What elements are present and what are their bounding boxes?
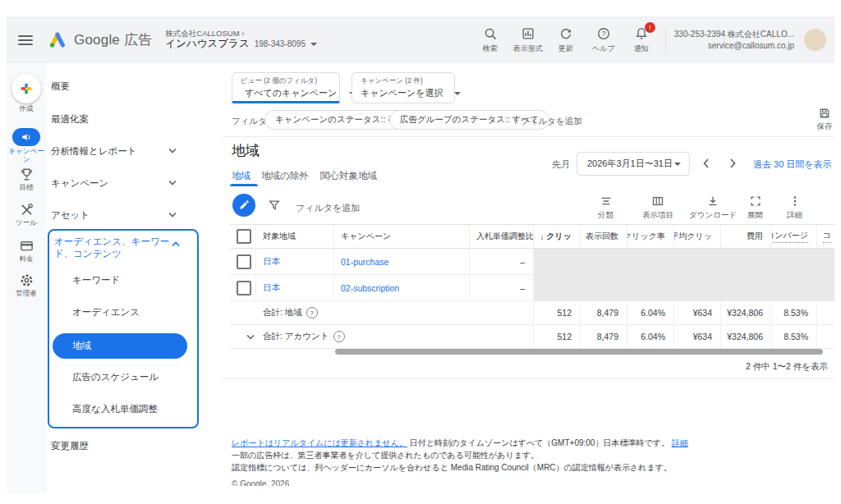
avatar[interactable] <box>804 29 826 51</box>
tab-locations[interactable]: 地域 <box>232 170 250 182</box>
sidebar-item-audiences-keywords-content[interactable]: オーディエンス、キーワード、コンテンツ <box>54 236 174 260</box>
sidebar-item-recommendations[interactable]: 最適化案 <box>51 113 89 126</box>
segment-icon <box>600 195 613 208</box>
signed-in-account[interactable]: 330-253-2394 株式会社CALLO... service@callos… <box>674 29 794 52</box>
save-button[interactable]: 保存 <box>808 107 841 132</box>
svg-text:?: ? <box>601 30 605 38</box>
menu-icon[interactable] <box>18 35 33 45</box>
location-link[interactable]: 日本 <box>263 256 280 268</box>
refresh-button[interactable]: 更新 <box>547 26 585 54</box>
col-location[interactable]: 対象地域 <box>256 225 334 248</box>
sidebar-item-keywords[interactable]: キーワード <box>72 274 120 286</box>
learn-more-link[interactable]: 詳細 <box>672 438 688 447</box>
notifications-button[interactable]: ! 通知 <box>623 26 660 54</box>
date-preset-label: 先月 <box>552 158 570 171</box>
show-last-30-days-link[interactable]: 過去 30 日間を表示 <box>753 158 832 171</box>
expander-chevron-icon[interactable] <box>246 334 255 340</box>
next-period-button[interactable] <box>726 157 739 170</box>
sidebar-item-change-history[interactable]: 変更履歴 <box>51 440 89 452</box>
col-bid-adjustment[interactable]: 入札単価調整比 <box>470 225 534 248</box>
account-breadcrumb[interactable]: 株式会社CALLOSUM › インハウスプラス 198-343-8095 <box>165 30 317 49</box>
more-options-button[interactable]: 詳細 <box>787 195 802 221</box>
col-clicks-sorted[interactable]: ↓ クリッ <box>534 225 581 248</box>
col-avg-cpc[interactable]: 平均クリッ <box>674 225 721 248</box>
help-button[interactable]: ? ヘルプ <box>585 26 623 54</box>
account-name[interactable]: インハウスプラス <box>165 39 249 50</box>
col-conversions[interactable]: コンバージ <box>772 225 817 248</box>
row-checkbox[interactable] <box>237 281 251 296</box>
pagination-status: 2 件中 1〜2 件を表示 <box>746 361 828 373</box>
help-circle-icon[interactable]: ? <box>333 331 345 342</box>
breadcrumb-chevron-icon: › <box>241 29 244 38</box>
view-selector[interactable]: ビュー (2 個のフィルタ) すべてのキャンペーン <box>232 72 340 103</box>
date-range-picker[interactable]: 2026年3月1日〜31日 <box>577 152 690 176</box>
campaign-link[interactable]: 02-subscription <box>341 283 399 293</box>
table-add-filter[interactable]: フィルタを追加 <box>296 202 360 214</box>
col-campaign[interactable]: キャンペーン <box>334 225 470 248</box>
trophy-icon <box>19 167 34 182</box>
chevron-down-icon[interactable] <box>168 148 177 153</box>
sidebar-item-insights-reports[interactable]: 分析情報とレポート <box>51 145 137 158</box>
expand-icon <box>749 195 762 208</box>
sort-desc-icon: ↓ <box>540 232 545 241</box>
tab-location-exclusions[interactable]: 地域の除外 <box>261 170 309 182</box>
expand-button[interactable]: 展開 <box>747 195 763 221</box>
col-ctr[interactable]: クリック率 <box>627 225 674 248</box>
columns-button[interactable]: 表示項目 <box>642 195 673 221</box>
section-divider <box>222 136 834 137</box>
col-impressions[interactable]: 表示回数 <box>581 225 627 248</box>
megaphone-icon[interactable] <box>12 128 40 146</box>
totals-label: 合計: アカウント? <box>256 325 534 348</box>
logo-text: Google 広告 <box>74 30 152 49</box>
help-circle-icon[interactable]: ? <box>306 307 318 318</box>
rail-item-goals[interactable]: 目標 <box>7 167 46 192</box>
row-checkbox[interactable] <box>237 254 251 269</box>
download-button[interactable]: ダウンロード <box>689 195 737 221</box>
realtime-disclaimer-link[interactable]: レポートはリアルタイムには更新されません。 <box>232 438 407 447</box>
filter-icon[interactable] <box>268 199 281 212</box>
rail-item-create[interactable]: 作成 <box>7 74 46 113</box>
sidebar-item-overview[interactable]: 概要 <box>51 80 70 93</box>
sidebar-item-assets[interactable]: アセット <box>51 209 90 222</box>
prev-period-button[interactable] <box>700 157 713 170</box>
app-header: Google 広告 株式会社CALLOSUM › インハウスプラス 198-34… <box>7 16 834 63</box>
account-caret-icon <box>310 43 317 46</box>
sidebar-item-ad-schedule[interactable]: 広告のスケジュール <box>72 371 159 383</box>
campaign-link[interactable]: 01-purchase <box>341 257 388 267</box>
caret-down-icon <box>674 163 681 166</box>
view-mode-button[interactable]: 表示形式 <box>509 26 547 54</box>
chevron-up-icon[interactable] <box>172 241 180 247</box>
rail-item-admin[interactable]: 管理者 <box>7 273 46 298</box>
select-all-checkbox[interactable] <box>237 229 251 244</box>
campaign-selector[interactable]: キャンペーン (2 件) キャンペーンを選択 <box>352 72 455 103</box>
help-icon: ? <box>596 26 611 41</box>
bid-adjustment-value: – <box>470 249 534 274</box>
credit-card-icon <box>19 238 34 254</box>
footer-disclaimer-3: 認定指標については、列ヘッダーにカーソルを合わせると Media Rating … <box>232 462 672 474</box>
breadcrumb-parent[interactable]: 株式会社CALLOSUM <box>165 29 239 38</box>
col-cost[interactable]: 費用 <box>721 225 772 248</box>
refresh-icon <box>558 26 573 41</box>
columns-icon <box>651 195 664 208</box>
horizontal-scrollbar[interactable] <box>335 349 823 355</box>
sidebar-item-campaigns[interactable]: キャンペーン <box>51 177 108 190</box>
google-ads-logo-icon <box>48 30 67 50</box>
tab-locations-of-interest[interactable]: 関心対象地域 <box>320 170 377 182</box>
rail-item-billing[interactable]: 料金 <box>7 238 46 263</box>
add-filter-link[interactable]: フィルタを追加 <box>521 116 582 127</box>
sidebar-item-audiences[interactable]: オーディエンス <box>72 306 140 318</box>
segment-button[interactable]: 分類 <box>598 195 614 221</box>
rail-item-tools[interactable]: ツール <box>7 202 46 227</box>
chart-icon <box>521 26 535 41</box>
sidebar-item-locations-selected[interactable]: 地域 <box>53 333 187 359</box>
chevron-down-icon[interactable] <box>168 212 177 218</box>
chevron-down-icon[interactable] <box>168 180 177 186</box>
search-button[interactable]: 検索 <box>471 26 509 54</box>
location-link[interactable]: 日本 <box>263 282 280 294</box>
edit-button[interactable] <box>232 194 255 217</box>
create-plus-icon[interactable] <box>11 74 41 103</box>
col-truncated[interactable]: コ <box>817 225 834 248</box>
account-id: 198-343-8095 <box>255 39 306 48</box>
sidebar-item-advanced-bid-adj[interactable]: 高度な入札単価調整 <box>72 403 158 415</box>
rail-item-campaigns[interactable]: キャンペーン <box>7 128 46 164</box>
